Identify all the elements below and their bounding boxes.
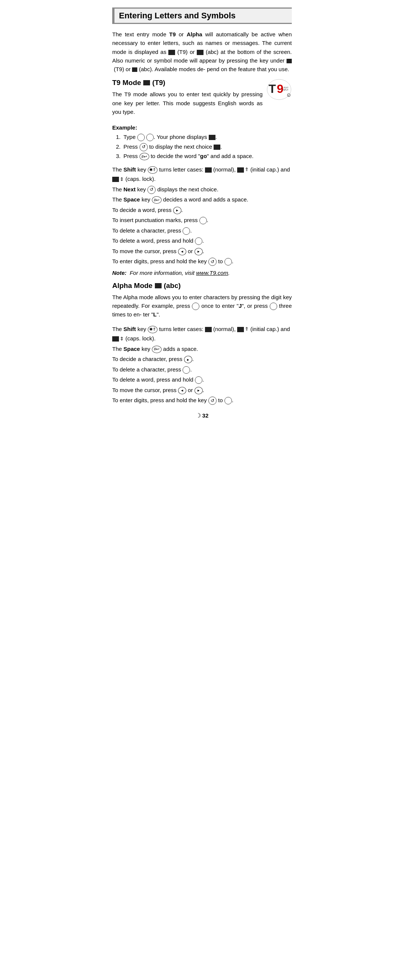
- t9-mode-icon: [143, 80, 150, 85]
- alpha-section-title: Alpha Mode (abc): [112, 282, 292, 290]
- t9-info-lines: The Shift key ✱⇑ turns letter cases: (no…: [112, 165, 292, 277]
- key-circle-alpha2: [270, 302, 277, 310]
- t9-info-next: The Next key ↺ displays the next choice.: [112, 185, 292, 194]
- alpha-info-shift: The Shift key ✱⇑ turns letter cases: (no…: [112, 324, 292, 344]
- example-label: Example:: [112, 124, 292, 131]
- key-shift: ✱⇑: [148, 166, 157, 174]
- t9-info-digits: To enter digits, press and hold the key …: [112, 256, 292, 266]
- page-number: 32: [202, 412, 209, 418]
- alpha-info-decide: To decide a character, press ▸.: [112, 354, 292, 364]
- t9-section: T 9 TEXT INPUT R T9 Mode (T9) The T9 mod…: [112, 79, 292, 121]
- t9-info-space: The Space key #↩ decides a word and adds…: [112, 195, 292, 204]
- alpha-description: The Alpha mode allows you to enter chara…: [112, 293, 292, 319]
- alpha-mode-icon: [155, 283, 162, 288]
- key-space: #↩: [152, 196, 162, 204]
- alpha-section: Alpha Mode (abc) The Alpha mode allows y…: [112, 282, 292, 405]
- example-item-3: 3. Press #↩ to decide the word "go" and …: [116, 151, 292, 161]
- alpha-info-space: The Space key #↩ adds a space.: [112, 344, 292, 354]
- t9-description: The T9 mode allows you to enter text qui…: [112, 90, 292, 116]
- key-circle-del: [182, 227, 190, 235]
- t9-info-punct: To insert punctuation marks, press .: [112, 215, 292, 225]
- alpha-key-next: ↺: [208, 396, 217, 405]
- t9-info-delete-word: To delete a word, press and hold .: [112, 236, 292, 246]
- alpha-key-hold: [195, 376, 202, 384]
- key-next-3: ↺: [208, 258, 217, 266]
- key-next-circle: ↺: [139, 143, 148, 151]
- alpha-key-left: ◂: [178, 387, 186, 395]
- alpha-key-shift: ✱⇑: [148, 326, 157, 333]
- t9-logo: T 9 TEXT INPUT R: [266, 79, 292, 102]
- key-circle-digit: [225, 258, 232, 266]
- example-item-1: 1. Type . Your phone displays .: [116, 132, 292, 142]
- key-circle-empty2: [146, 134, 154, 141]
- moon-icon: ☽: [196, 412, 201, 418]
- alpha-info-delete-word: To delete a word, press and hold .: [112, 375, 292, 385]
- alpha-key-digit: [225, 397, 232, 404]
- alpha-key-del: [182, 366, 190, 374]
- t9-info-delete-char: To delete a character, press .: [112, 226, 292, 235]
- key-hash-circle: #↩: [139, 153, 149, 160]
- key-next-2: ↺: [147, 186, 155, 194]
- key-circle-punct: [200, 217, 207, 224]
- alpha-info-delete-char: To delete a character, press .: [112, 365, 292, 374]
- t9-info-decide: To decide a word, press ▸.: [112, 205, 292, 215]
- t9-section-title: T9 Mode (T9): [112, 79, 263, 87]
- alpha-key-right: ▸: [184, 356, 192, 363]
- page-footer: ☽ 32: [112, 412, 292, 419]
- example-item-2: 2. Press ↺ to display the next choice .: [116, 142, 292, 152]
- svg-text:R: R: [288, 94, 290, 97]
- example-list: 1. Type . Your phone displays . 2. Press…: [112, 132, 292, 161]
- key-circle-hold: [195, 237, 202, 245]
- key-circle-empty: [137, 134, 145, 141]
- key-nav-left: ◂: [178, 248, 186, 255]
- t9-note: Note: For more information, visit www.T9…: [112, 269, 292, 277]
- display-box2: [214, 145, 220, 150]
- key-nav-right: ▸: [195, 248, 203, 255]
- alpha-key-space: #↩: [152, 346, 162, 353]
- t9-info-shift: The Shift key ✱⇑ turns letter cases: (no…: [112, 165, 292, 184]
- svg-text:T: T: [269, 82, 276, 95]
- key-right: ▸: [173, 207, 181, 214]
- alpha-key-right2: ▸: [195, 387, 203, 395]
- display-box: [209, 135, 215, 140]
- key-circle-alpha1: [192, 302, 200, 310]
- svg-text:INPUT: INPUT: [283, 89, 288, 91]
- alpha-info-digits: To enter digits, press and hold the key …: [112, 395, 292, 405]
- intro-paragraph: The text entry mode T9 or Alpha will aut…: [112, 30, 292, 73]
- t9-info-cursor: To move the cursor, press ◂ or ▸.: [112, 247, 292, 256]
- alpha-info-cursor: To move the cursor, press ◂ or ▸.: [112, 385, 292, 395]
- page-title: Entering Letters and Symbols: [112, 8, 292, 24]
